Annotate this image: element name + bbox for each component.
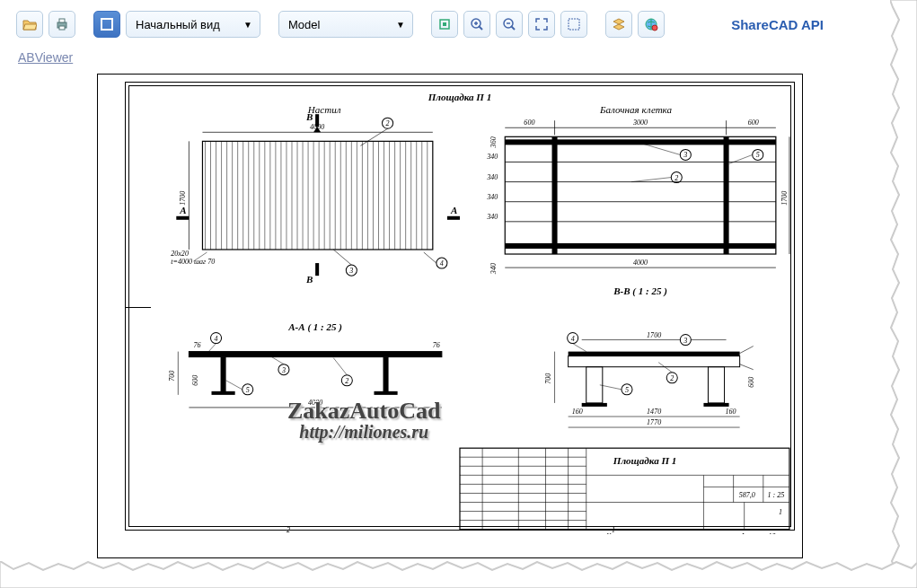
open-button[interactable]	[16, 11, 43, 38]
svg-rect-1	[59, 19, 65, 22]
svg-text:3000: 3000	[632, 118, 648, 127]
svg-text:600: 600	[747, 377, 755, 388]
svg-rect-2	[59, 26, 65, 30]
svg-rect-86	[505, 136, 776, 254]
svg-text:А: А	[450, 205, 457, 215]
svg-text:2: 2	[670, 374, 674, 382]
svg-line-132	[226, 381, 242, 390]
svg-rect-122	[384, 357, 389, 393]
svg-text:340: 340	[486, 213, 498, 221]
svg-line-73	[333, 250, 351, 265]
svg-text:1700: 1700	[647, 331, 661, 339]
zoom-out-icon	[502, 17, 516, 31]
zoom-in-button[interactable]	[463, 11, 490, 38]
chevron-down-icon: ▼	[243, 20, 252, 30]
svg-text:4: 4	[571, 335, 575, 343]
svg-text:В: В	[305, 274, 313, 285]
fit-button[interactable]	[431, 11, 458, 38]
view-select-label: Начальный вид	[136, 18, 220, 31]
svg-text:1: 1	[779, 508, 782, 516]
save-button[interactable]	[638, 11, 665, 38]
svg-text:2: 2	[386, 119, 390, 127]
layers-icon	[612, 17, 626, 31]
svg-line-17	[360, 128, 387, 145]
zoom-in-icon	[470, 17, 484, 31]
region-button[interactable]	[560, 11, 587, 38]
svg-text:20x20: 20x20	[171, 250, 189, 258]
svg-text:Площадка П 1: Площадка П 1	[613, 455, 676, 466]
svg-text:160: 160	[572, 408, 583, 416]
svg-text:340: 340	[489, 263, 498, 275]
svg-rect-7	[569, 19, 579, 30]
svg-line-108	[729, 154, 753, 163]
svg-text:340: 340	[486, 173, 498, 181]
svg-text:700: 700	[544, 373, 552, 384]
svg-text:4000: 4000	[308, 399, 322, 407]
blackbox-button[interactable]	[93, 11, 120, 38]
svg-text:2: 2	[675, 174, 678, 182]
svg-rect-68	[447, 216, 460, 220]
svg-text:1470: 1470	[647, 408, 661, 416]
svg-text:3: 3	[281, 366, 286, 374]
chevron-down-icon: ▼	[396, 20, 405, 30]
svg-rect-148	[703, 403, 728, 407]
svg-rect-20	[202, 141, 432, 250]
svg-text:587,0: 587,0	[739, 491, 755, 499]
svg-text:76: 76	[193, 341, 200, 349]
model-select[interactable]: Model ▼	[278, 11, 413, 38]
svg-text:76: 76	[433, 341, 440, 349]
svg-text:А-А ( 1 : 25 ): А-А ( 1 : 25 )	[287, 321, 342, 333]
svg-rect-119	[189, 352, 442, 357]
toolbar: Начальный вид ▼ Model ▼ Share	[0, 0, 894, 47]
svg-line-149	[740, 347, 754, 354]
svg-rect-120	[221, 357, 226, 393]
svg-text:600: 600	[191, 375, 199, 386]
viewer-frame: Начальный вид ▼ Model ▼ Share	[0, 0, 894, 570]
abviewer-link[interactable]: ABViewer	[18, 50, 73, 65]
folder-open-icon	[22, 17, 37, 31]
title-block: Площадка П 1 587,0 1 : 25 1 Формат А3 Ко…	[460, 448, 789, 534]
svg-text:Копировал: Копировал	[605, 532, 639, 534]
svg-text:t=4000 шаг 70: t=4000 шаг 70	[171, 258, 215, 266]
svg-point-9	[652, 25, 657, 31]
svg-rect-144	[569, 356, 740, 367]
svg-rect-66	[176, 216, 189, 220]
svg-rect-3	[101, 19, 112, 30]
svg-text:5: 5	[625, 386, 629, 394]
svg-rect-143	[569, 352, 740, 356]
svg-text:340: 340	[486, 153, 498, 161]
printer-icon	[55, 17, 69, 31]
svg-text:160: 160	[726, 408, 736, 416]
drawing-canvas[interactable]: Площадка П 1 Настил Балочная клетка 4000…	[97, 74, 803, 558]
svg-text:700: 700	[168, 371, 176, 382]
svg-text:1700: 1700	[780, 191, 789, 206]
svg-line-129	[333, 358, 347, 375]
svg-text:2: 2	[287, 526, 290, 534]
square-icon	[101, 18, 113, 31]
layers-button[interactable]	[605, 11, 632, 38]
view-select[interactable]: Начальный вид ▼	[126, 11, 260, 38]
svg-text:3: 3	[683, 151, 687, 159]
svg-text:Формат А3: Формат А3	[740, 532, 776, 534]
svg-rect-92	[505, 243, 776, 249]
svg-text:4000: 4000	[633, 259, 648, 267]
extents-button[interactable]	[528, 11, 555, 38]
svg-rect-146	[708, 367, 724, 403]
svg-text:1700: 1700	[179, 191, 187, 206]
svg-text:360: 360	[489, 136, 498, 148]
svg-text:5: 5	[756, 151, 760, 159]
svg-text:В: В	[305, 111, 313, 122]
svg-text:4: 4	[440, 259, 444, 268]
globe-save-icon	[644, 17, 658, 31]
svg-text:600: 600	[748, 118, 759, 127]
model-select-label: Model	[288, 18, 320, 31]
sharecad-api-link[interactable]: ShareCAD API	[731, 17, 877, 32]
svg-text:600: 600	[524, 118, 534, 127]
svg-text:1: 1	[612, 526, 615, 534]
extents-icon	[534, 17, 549, 31]
print-button[interactable]	[48, 11, 75, 38]
drawing-border: Площадка П 1 Настил Балочная клетка 4000…	[125, 82, 795, 531]
zoom-out-button[interactable]	[496, 11, 523, 38]
svg-line-150	[740, 364, 754, 370]
svg-text:1770: 1770	[647, 418, 661, 426]
